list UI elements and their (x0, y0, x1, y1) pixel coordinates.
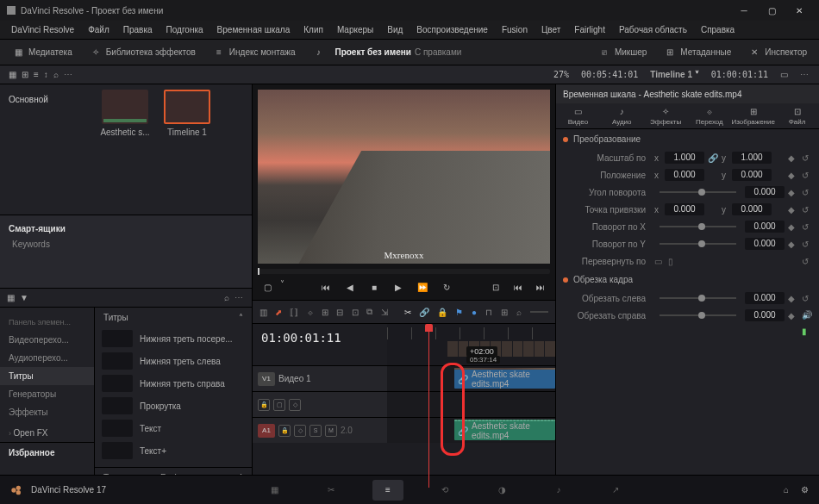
overwrite-tool-icon[interactable]: ⊟ (336, 305, 343, 319)
keyframe-icon[interactable]: ◆ (788, 294, 798, 303)
timeline-timecode[interactable]: 01:00:01:11 (261, 331, 378, 345)
menu-item[interactable]: Маркеры (331, 22, 379, 37)
keyframe-icon[interactable]: ◆ (788, 240, 798, 249)
keyframe-icon[interactable]: ◆ (788, 311, 798, 320)
rotation-input[interactable]: 0.000 (745, 186, 785, 198)
maximize-button[interactable]: ▢ (759, 2, 785, 19)
deliver-page[interactable]: ↗ (600, 480, 631, 501)
prev-frame-button[interactable]: ◀ (342, 279, 358, 295)
scale-y-input[interactable]: 1.000 (732, 152, 772, 164)
lock-icon[interactable]: 🔒 (437, 305, 447, 319)
menu-item[interactable]: Правка (117, 22, 159, 37)
layout-icon[interactable]: ⊞ (22, 70, 28, 79)
first-frame-button[interactable]: ⏮ (318, 279, 334, 295)
fairlight-page[interactable]: ♪ (543, 480, 574, 501)
menu-item[interactable]: Воспроизведение (410, 22, 494, 37)
keyframe-icon[interactable]: ◆ (788, 222, 798, 232)
fusion-page[interactable]: ⟲ (429, 480, 460, 501)
reset-icon[interactable]: ↺ (802, 222, 812, 232)
layout-icon[interactable]: ≡ (34, 70, 39, 79)
video-track-header[interactable]: V1 Видео 1 (253, 365, 387, 391)
home-button[interactable]: ⌂ (784, 485, 789, 495)
keyframe-icon[interactable]: ◆ (788, 188, 798, 197)
tab-file[interactable]: ⊡Файл (775, 105, 819, 128)
video-lane[interactable]: 🔗Aesthetic skate edits.mp4 (387, 365, 555, 391)
minimize-button[interactable]: ─ (731, 2, 757, 19)
snap-icon[interactable]: ⊓ (485, 305, 492, 319)
reset-icon[interactable]: ↺ (802, 257, 812, 266)
scrub-bar[interactable] (258, 269, 550, 274)
scale-x-input[interactable]: 1.000 (665, 152, 704, 164)
menu-item[interactable]: Рабочая область (613, 22, 693, 37)
menu-item[interactable]: Файл (82, 22, 116, 37)
tab-transition[interactable]: ⟐Переход (687, 105, 731, 128)
yaw-input[interactable]: 0.000 (745, 238, 785, 250)
layout-icon[interactable]: ▦ (9, 70, 16, 79)
razor-icon[interactable]: ✂ (403, 305, 410, 319)
pitch-input[interactable]: 0.000 (745, 221, 785, 233)
link-icon[interactable]: 🔗 (708, 153, 718, 163)
menu-item[interactable]: Цвет (535, 22, 566, 37)
edit-page[interactable]: ≡ (372, 480, 403, 501)
replace-tool-icon[interactable]: ⊡ (351, 305, 358, 319)
reset-icon[interactable]: ↺ (802, 153, 812, 163)
fx-cat[interactable]: Аудиоперехо... (0, 349, 94, 367)
play-button[interactable]: ▶ (391, 279, 406, 295)
playhead[interactable] (428, 324, 429, 488)
anchor-y-input[interactable]: 0.000 (732, 203, 772, 215)
title-preset[interactable]: Текст+ (95, 439, 252, 462)
video-canvas[interactable]: Mxrenoxx (258, 90, 550, 264)
reset-icon[interactable]: ↺ (802, 205, 812, 215)
fx-cat[interactable]: Генераторы (0, 385, 94, 403)
favorites-header[interactable]: Избранное (0, 442, 94, 463)
title-preset[interactable]: Текст (95, 417, 252, 439)
timeline-view-icon[interactable]: ▥ (259, 305, 267, 319)
sound-lib-toggle[interactable]: ♪ (305, 43, 331, 62)
title-preset[interactable]: Нижняя треть справа (95, 372, 252, 395)
keyframe-icon[interactable]: ◆ (788, 205, 798, 215)
audio-lane[interactable]: 🔗Aesthetic skate edits.mp4 (387, 417, 555, 443)
pos-y-input[interactable]: 0.000 (732, 169, 772, 181)
trim-tool-icon[interactable]: ⟦⟧ (290, 305, 298, 319)
keyframe-icon[interactable]: ◆ (788, 153, 798, 163)
effects-lib-toggle[interactable]: ✧Библиотека эффектов (83, 43, 203, 62)
openfx-label[interactable]: › Open FX (0, 421, 94, 442)
menu-item[interactable]: Fairlight (568, 22, 611, 37)
menu-item[interactable]: Клип (297, 22, 329, 37)
audio-track-header[interactable]: A1 🔒 ◇ S M 2.0 (253, 417, 387, 443)
tab-video[interactable]: ▭Видео (556, 105, 600, 128)
menu-item[interactable]: Временная шкала (211, 22, 297, 37)
meter-icon[interactable]: ▮ (802, 327, 812, 336)
collapse-icon[interactable]: ˄ (239, 313, 243, 322)
selection-tool-icon[interactable]: ⬈ (275, 305, 282, 319)
rotation-slider[interactable] (660, 191, 736, 193)
mute-button[interactable]: M (325, 425, 337, 437)
solo-button[interactable]: S (309, 425, 322, 437)
menu-item[interactable]: Подгонка (160, 22, 209, 37)
zoom-slider[interactable] (530, 311, 548, 313)
zoom-icon[interactable]: ⌕ (516, 305, 522, 319)
yaw-slider[interactable] (660, 243, 736, 245)
tab-effects[interactable]: ✧Эффекты (644, 105, 688, 128)
clip-item[interactable]: Timeline 1 (162, 90, 212, 209)
tab-audio[interactable]: ♪Аудио (600, 105, 644, 128)
media-pool-toggle[interactable]: ▦Медиатека (5, 43, 79, 62)
link-icon[interactable]: 🔗 (419, 305, 429, 319)
menu-item[interactable]: Вид (381, 22, 409, 37)
fx-cat[interactable]: Титры (0, 367, 94, 385)
sort-icon[interactable]: ↕ (44, 70, 48, 79)
pos-x-input[interactable]: 0.000 (665, 169, 704, 181)
bin-root[interactable]: Основной (0, 91, 95, 108)
append-tool-icon[interactable]: ⧉ (366, 305, 373, 319)
audio-clip[interactable]: 🔗Aesthetic skate edits.mp4 (454, 420, 555, 440)
clip-item[interactable]: Aesthetic s... (100, 90, 150, 209)
prev-edit-button[interactable]: ⏮ (510, 279, 526, 295)
menu-item[interactable]: Справка (695, 22, 741, 37)
flip-h-button[interactable]: ▭ (654, 257, 665, 266)
color-page[interactable]: ◑ (486, 480, 517, 501)
keyframe-icon[interactable]: ◆ (788, 171, 798, 180)
inspector-toggle[interactable]: ✕Инспектор (741, 43, 814, 62)
volume-icon[interactable]: 🔊 (802, 310, 812, 320)
reset-icon[interactable]: ↺ (802, 171, 812, 180)
fx-cat[interactable]: Эффекты (0, 403, 94, 421)
